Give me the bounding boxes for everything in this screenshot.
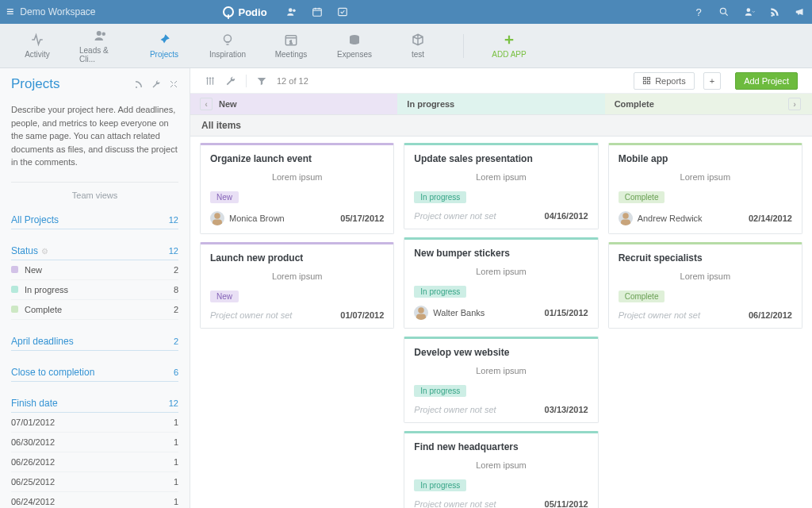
svg-point-0 [289,8,293,12]
svg-point-18 [419,307,425,314]
project-card[interactable]: Mobile app Lorem ipsum Complete Andrew R… [608,143,802,234]
tools-icon[interactable] [225,75,236,87]
avatar [414,306,428,320]
date-count: 1 [174,477,178,487]
card-date: 04/16/2012 [545,211,588,221]
feed-icon[interactable] [769,6,780,17]
add-app-button[interactable]: ADD APP [488,33,530,59]
finish-date-row[interactable]: 06/30/20121 [11,433,178,452]
project-card[interactable]: Find new headquarters Lorem ipsum In pro… [404,431,598,508]
workspace-name[interactable]: Demo Workspace [20,6,95,17]
view-all-projects[interactable]: All Projects 12 [11,208,178,229]
reports-label: Reports [655,76,686,86]
broadcast-icon[interactable] [134,79,144,89]
svg-point-7 [102,32,106,36]
status-dot [11,306,18,313]
svg-point-16 [214,213,220,219]
layout-icon[interactable] [205,75,216,87]
calendar-day-icon: 1 [284,33,298,47]
svg-text:1: 1 [289,40,293,44]
project-card[interactable]: Launch new product Lorem ipsum New Proje… [200,242,394,329]
contacts-icon[interactable] [286,6,297,17]
column-label: In progress [407,99,454,109]
wrench-icon[interactable] [151,79,161,89]
reports-button[interactable]: Reports [634,72,695,90]
finish-date-row[interactable]: 06/25/20121 [11,472,178,492]
grid-icon [642,76,651,85]
app-activity[interactable]: Activity [16,33,59,59]
project-card[interactable]: New bumper stickers Lorem ipsum In progr… [404,237,598,329]
column-complete: Mobile app Lorem ipsum Complete Andrew R… [608,143,802,502]
status-filter-row[interactable]: New2 [11,260,178,280]
finish-date-row[interactable]: 06/24/20121 [11,492,178,509]
calendar-icon[interactable] [312,6,323,17]
project-card[interactable]: Organize launch event Lorem ipsum New Mo… [200,143,394,234]
announce-icon[interactable] [795,6,806,17]
date-label: 06/26/2012 [11,457,55,467]
app-inspiration[interactable]: Inspiration [206,33,249,59]
app-test[interactable]: test [396,33,439,59]
tasks-icon[interactable] [337,6,348,17]
project-card[interactable]: Recruit specialists Lorem ipsum Complete… [608,242,802,329]
people-icon [94,29,108,43]
help-icon[interactable]: ? [693,6,704,17]
sidebar: Projects Describe your project here. Add… [0,68,190,508]
view-close-to-completion[interactable]: Close to completion 6 [11,360,178,382]
status-filter-row[interactable]: In progress8 [11,280,178,300]
chevron-left-icon[interactable]: ‹ [200,98,213,110]
card-subtitle: Lorem ipsum [210,172,384,182]
card-date: 05/17/2012 [340,214,384,223]
gear-icon[interactable]: ⚙ [41,247,48,256]
view-finish-date[interactable]: Finish date 12 [11,391,178,413]
view-count: 6 [174,368,178,377]
page-title: Projects [11,76,59,92]
status-count: 8 [174,285,178,294]
status-filter-row[interactable]: Complete2 [11,300,178,320]
filter-icon[interactable] [256,75,267,87]
date-count: 1 [174,437,178,447]
hamburger-icon[interactable]: ≡ [6,5,13,19]
svg-rect-21 [621,220,630,226]
card-subtitle: Lorem ipsum [414,172,588,182]
status-badge: In progress [414,479,466,491]
brand[interactable]: Podio [223,6,267,18]
finish-date-row[interactable]: 07/01/20121 [11,413,178,433]
card-subtitle: Lorem ipsum [414,366,588,375]
svg-point-8 [224,35,232,42]
project-description: Describe your project here. Add deadline… [11,103,178,169]
search-icon[interactable] [718,6,730,17]
card-title: Launch new product [210,252,384,264]
add-project-button[interactable]: Add Project [735,72,798,90]
project-card[interactable]: Develop vew website Lorem ipsum In progr… [404,337,598,423]
stack-icon [347,33,362,47]
card-owner-empty: Project owner not set [414,499,496,508]
view-status[interactable]: Status⚙ 12 [11,239,178,260]
app-leads-clients[interactable]: Leads & Cli... [79,29,122,64]
app-label: Leads & Cli... [79,46,122,64]
card-date: 05/11/2012 [545,499,588,508]
column-in-progress: Update sales presentation Lorem ipsum In… [404,143,598,502]
view-april-deadlines[interactable]: April deadlines 2 [11,329,178,351]
project-card[interactable]: Update sales presentation Lorem ipsum In… [404,143,598,229]
card-subtitle: Lorem ipsum [414,460,588,470]
view-label: Close to completion [11,367,94,378]
card-title: Develop vew website [414,347,588,358]
expand-icon[interactable] [169,79,178,89]
add-report-button[interactable]: + [703,72,721,90]
app-expenses[interactable]: Expenses [333,33,376,59]
app-meetings[interactable]: 1 Meetings [270,33,312,59]
date-label: 06/25/2012 [11,477,55,487]
team-views-header: Team views [11,182,178,200]
finish-date-row[interactable]: 06/26/20121 [11,452,178,472]
svg-point-5 [747,8,751,12]
card-title: Find new headquarters [414,441,588,452]
status-badge: New [210,291,239,302]
chevron-right-icon[interactable]: › [788,98,801,110]
app-projects[interactable]: Projects [143,33,186,59]
user-menu-icon[interactable] [744,6,755,17]
column-header-in-progress: In progress [397,94,604,114]
column-header-new: ‹ New [190,94,397,114]
status-dot [11,266,18,273]
card-owner: Walter Banks [414,306,485,320]
svg-point-1 [293,10,296,13]
